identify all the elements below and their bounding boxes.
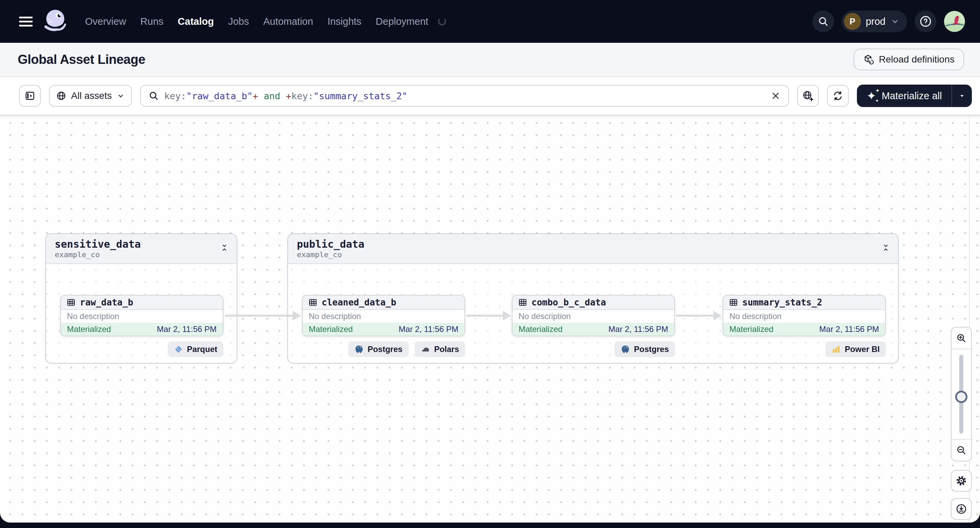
dagster-logo-icon[interactable] <box>41 8 68 35</box>
asset-node-cleaned-data-b[interactable]: cleaned_data_b No description Materializ… <box>302 295 465 336</box>
search-icon <box>148 90 159 101</box>
query-token: + <box>253 91 258 101</box>
status-badge: Materialized <box>729 325 773 334</box>
lineage-edge <box>466 315 503 317</box>
zoom-slider[interactable] <box>951 349 971 439</box>
download-icon <box>956 503 967 515</box>
group-header: public_data example_co <box>288 234 898 264</box>
lineage-graph-canvas[interactable]: sensitive_data example_co public_data ex… <box>0 116 980 523</box>
status-badge: Materialized <box>67 325 111 334</box>
zoom-slider-knob[interactable] <box>955 391 967 403</box>
materialize-options-caret[interactable] <box>952 85 972 107</box>
materialize-all-button[interactable]: ✦✦✦ Materialize all <box>857 85 972 107</box>
kind-badge-parquet: Parquet <box>168 341 223 357</box>
deployment-name: prod <box>866 16 886 27</box>
query-token: key: <box>164 91 186 101</box>
loading-spinner-icon <box>438 17 446 25</box>
primary-nav: Overview Runs Catalog Jobs Automation In… <box>85 16 446 27</box>
nav-item-overview[interactable]: Overview <box>85 16 126 27</box>
asset-node-raw-data-b[interactable]: raw_data_b No description Materialized M… <box>60 295 223 336</box>
kind-badges: Postgres Polars <box>348 341 465 357</box>
clear-query-icon[interactable] <box>770 91 781 101</box>
reload-definitions-icon <box>863 54 874 65</box>
postgres-icon <box>620 344 630 354</box>
globe-plus-icon <box>802 90 814 102</box>
reload-definitions-button[interactable]: Reload definitions <box>853 49 964 70</box>
asset-description: No description <box>61 310 223 323</box>
kind-badge-label: Postgres <box>634 344 669 354</box>
asset-node-combo-b-c-data[interactable]: combo_b_c_data No description Materializ… <box>512 295 675 336</box>
collapse-group-icon[interactable] <box>881 243 891 252</box>
asset-node-summary-stats-2[interactable]: summary_stats_2 No description Materiali… <box>722 295 886 336</box>
query-token: "raw_data_b" <box>186 91 253 101</box>
reload-definitions-label: Reload definitions <box>879 54 955 65</box>
query-token: and <box>258 91 286 101</box>
help-button[interactable] <box>915 11 937 32</box>
nav-item-catalog[interactable]: Catalog <box>178 16 214 27</box>
table-icon <box>66 298 76 307</box>
table-icon <box>308 298 318 307</box>
topbar-actions: P prod <box>812 11 965 32</box>
deployment-avatar: P <box>844 13 861 30</box>
nav-item-jobs[interactable]: Jobs <box>228 16 249 27</box>
materialization-timestamp: Mar 2, 11:56 PM <box>608 325 668 334</box>
kind-badge-label: Postgres <box>368 344 402 354</box>
help-icon <box>919 14 932 28</box>
asset-scope-dropdown[interactable]: All assets <box>49 85 132 107</box>
top-nav-bar: Overview Runs Catalog Jobs Automation In… <box>0 0 980 43</box>
table-icon <box>729 298 738 307</box>
deployment-switcher[interactable]: P prod <box>842 11 907 32</box>
canvas-edge-line <box>969 116 970 523</box>
asset-status-bar: Materialized Mar 2, 11:56 PM <box>303 323 465 336</box>
globe-icon <box>56 90 67 101</box>
download-image-button[interactable] <box>951 498 972 520</box>
table-icon <box>518 298 527 307</box>
kind-badges: Parquet <box>168 341 223 357</box>
nav-item-insights[interactable]: Insights <box>328 16 361 27</box>
lineage-edge <box>225 315 293 317</box>
kind-badges: Postgres <box>614 341 675 357</box>
refresh-button[interactable] <box>827 85 849 107</box>
kind-badge-postgres: Postgres <box>614 341 675 357</box>
page-header: Global Asset Lineage Reload definitions <box>0 43 980 77</box>
asset-description: No description <box>512 310 674 323</box>
polars-icon <box>421 344 431 354</box>
kind-badge-postgres: Postgres <box>348 341 409 357</box>
materialize-all-label: Materialize all <box>882 90 942 101</box>
group-title: sensitive_data <box>55 238 141 251</box>
kind-badge-label: Parquet <box>187 344 217 354</box>
nav-item-deployment[interactable]: Deployment <box>376 16 428 27</box>
graph-settings-button[interactable] <box>951 470 972 492</box>
asset-name: raw_data_b <box>80 297 133 308</box>
powerbi-icon <box>831 344 841 354</box>
postgres-icon <box>354 344 364 354</box>
panel-toggle-icon <box>24 90 36 101</box>
global-search-button[interactable] <box>812 11 834 32</box>
group-title: public_data <box>297 238 364 251</box>
asset-name: summary_stats_2 <box>742 297 822 308</box>
view-all-assets-button[interactable] <box>797 85 819 107</box>
zoom-control-panel <box>951 327 972 461</box>
page-title: Global Asset Lineage <box>18 52 145 67</box>
zoom-out-button[interactable] <box>951 439 971 461</box>
nav-item-automation[interactable]: Automation <box>263 16 313 27</box>
zoom-in-button[interactable] <box>951 328 971 349</box>
asset-node-header: summary_stats_2 <box>723 296 885 310</box>
open-sidebar-button[interactable] <box>19 85 41 107</box>
user-avatar[interactable] <box>944 11 965 32</box>
lineage-toolbar: All assets key:"raw_data_b"+ and +key:"s… <box>0 77 980 116</box>
group-location: example_co <box>297 251 364 259</box>
group-header: sensitive_data example_co <box>46 234 237 264</box>
materialization-timestamp: Mar 2, 11:56 PM <box>399 325 458 334</box>
collapse-group-icon[interactable] <box>220 243 229 252</box>
asset-query-input[interactable]: key:"raw_data_b"+ and +key:"summary_stat… <box>140 85 789 107</box>
query-token: key: <box>291 91 313 101</box>
asset-description: No description <box>303 310 465 323</box>
dagster-app: Overview Runs Catalog Jobs Automation In… <box>0 0 980 528</box>
asset-description: No description <box>723 310 885 323</box>
hamburger-menu-icon[interactable] <box>19 17 33 27</box>
kind-badge-polars: Polars <box>415 341 465 357</box>
nav-item-runs[interactable]: Runs <box>140 16 164 27</box>
materialize-all-main[interactable]: ✦✦✦ Materialize all <box>857 85 951 107</box>
bottom-bar <box>0 523 980 528</box>
